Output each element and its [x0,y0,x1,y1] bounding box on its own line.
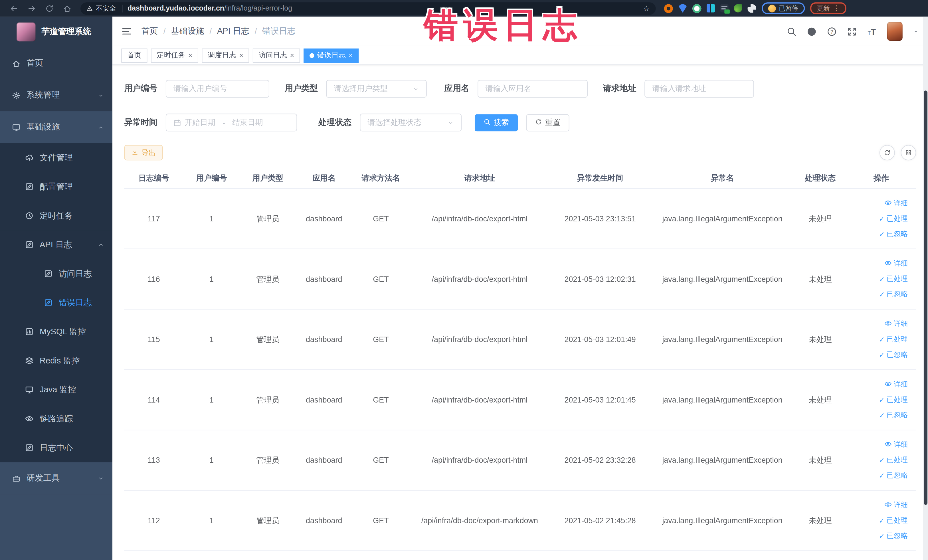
action-detail[interactable]: 详细 [884,500,908,510]
exception-time-range-picker[interactable]: 开始日期 - 结束日期 [166,113,297,131]
breadcrumb-item[interactable]: API 日志 / [217,26,262,37]
sidebar: 芋道管理系统 首页 系统管理 基础设施 文件管理 配置管理 定时任务 API 日… [0,17,112,560]
action-detail[interactable]: 详细 [884,319,908,329]
action-processed[interactable]: ✓已处理 [879,516,908,525]
user-type-select[interactable]: 请选择用户类型 [326,80,427,98]
tag-tab[interactable]: 错误日志 × [304,48,359,63]
github-icon[interactable] [807,26,817,36]
action-processed[interactable]: ✓已处理 [879,334,908,344]
app-name-label: 应用名 [444,84,469,94]
puzzle-extensions-icon[interactable] [748,4,756,12]
paused-badge[interactable]: 已暂停 [762,2,805,14]
tag-tab[interactable]: 首页 × [121,48,147,63]
extension-icon-grid[interactable] [707,4,715,12]
search-icon[interactable] [786,26,797,36]
font-size-icon[interactable]: TT [867,26,877,36]
forward-icon[interactable] [25,2,38,15]
back-icon[interactable] [7,2,20,15]
sidebar-item[interactable]: 日志中心 [0,433,112,462]
action-ignored[interactable]: ✓已忽略 [879,229,908,239]
action-processed[interactable]: ✓已处理 [879,274,908,284]
action-ignored[interactable]: ✓已忽略 [879,350,908,360]
search-button[interactable]: 搜索 [475,114,518,131]
action-detail-label: 详细 [894,198,908,208]
request-url-input[interactable]: 请输入请求地址 [644,80,754,98]
action-detail[interactable]: 详细 [884,259,908,269]
tab-close-icon[interactable]: × [349,52,353,59]
collapse-menu-icon[interactable] [121,26,132,37]
content: 用户编号 请输入用户编号 用户类型 请选择用户类型 应用名 请输入应用名 请求地… [112,65,928,560]
cell-exception-name: java.lang.IllegalArgumentException [650,214,794,223]
sidebar-item[interactable]: MySQL 监控 [0,317,112,346]
scrollbar-thumb[interactable] [924,90,927,505]
update-badge[interactable]: 更新⋮ [810,2,846,14]
sidebar-item[interactable]: 系统管理 [0,79,112,111]
page-scrollbar[interactable] [923,17,928,560]
tag-tab[interactable]: 定时任务 × [151,48,198,63]
reset-button[interactable]: 重置 [526,114,569,131]
refresh-icon-button[interactable] [879,145,895,160]
fullscreen-icon[interactable] [847,26,857,36]
action-detail[interactable]: 详细 [884,379,908,389]
app-logo[interactable]: 芋道管理系统 [0,17,112,47]
action-ignored[interactable]: ✓已忽略 [879,410,908,420]
cell-method-name: GET [352,395,409,404]
vue-devtools-icon[interactable] [692,4,701,12]
action-processed[interactable]: ✓已处理 [879,455,908,465]
breadcrumb: 首页 / 基础设施 / API 日志 / 错误日志 [142,26,296,37]
action-processed[interactable]: ✓已处理 [879,214,908,224]
url-domain: dashboard.yudao.iocoder.cn [128,4,224,12]
extension-icon-orange[interactable] [664,4,673,12]
help-icon[interactable]: ? [827,26,837,36]
breadcrumb-separator: / [255,26,257,36]
action-ignored[interactable]: ✓已忽略 [879,531,908,541]
sidebar-item[interactable]: API 日志 [0,230,112,259]
check-icon: ✓ [879,472,885,479]
sidebar-item[interactable]: Redis 监控 [0,346,112,375]
action-processed[interactable]: ✓已处理 [879,395,908,405]
breadcrumb-item[interactable]: 首页 / [142,26,171,37]
cell-request-url: /api/infra/db-doc/export-markdown [410,516,550,525]
sidebar-item[interactable]: 文件管理 [0,143,112,172]
tab-close-icon[interactable]: × [188,52,192,59]
extension-icon-shield[interactable] [678,4,687,12]
user-id-input[interactable]: 请输入用户编号 [166,80,269,98]
breadcrumb-label: 基础设施 [171,26,204,37]
user-avatar[interactable] [887,22,903,41]
column-settings-icon-button[interactable] [901,145,916,160]
sidebar-item[interactable]: Java 监控 [0,375,112,404]
sidebar-item[interactable]: 首页 [0,47,112,79]
breadcrumb-item[interactable]: 基础设施 / [171,26,217,37]
action-ignored[interactable]: ✓已忽略 [879,470,908,481]
sidebar-item[interactable]: 访问日志 [0,259,112,288]
sidebar-item-label: 研发工具 [26,473,60,484]
sidebar-item[interactable]: 研发工具 [0,462,112,494]
security-warning-icon[interactable] [87,5,93,12]
sidebar-item[interactable]: 定时任务 [0,201,112,230]
sidebar-item-label: Java 监控 [40,384,76,395]
browser-menu-icon[interactable]: ⋮ [833,4,840,12]
cell-request-url: /api/infra/db-doc/export-html [410,456,550,464]
breadcrumb-item[interactable]: 错误日志 [262,26,295,37]
tag-tab[interactable]: 访问日志 × [253,48,300,63]
process-status-select[interactable]: 请选择处理状态 [360,113,462,131]
sidebar-item[interactable]: 配置管理 [0,172,112,201]
action-ignored[interactable]: ✓已忽略 [879,289,908,299]
bookmark-star-icon[interactable]: ☆ [643,5,650,12]
reload-icon[interactable] [43,2,56,15]
action-detail[interactable]: 详细 [884,198,908,208]
sidebar-item[interactable]: 链路追踪 [0,404,112,433]
tag-tab[interactable]: 调度日志 × [202,48,249,63]
export-button[interactable]: 导出 [124,145,163,160]
action-detail[interactable]: 详细 [884,439,908,450]
sidebar-item[interactable]: 错误日志 [0,288,112,317]
sidebar-item[interactable]: 基础设施 [0,111,112,143]
app-name-input[interactable]: 请输入应用名 [478,80,588,98]
chevron-down-icon[interactable] [913,28,919,35]
action-processed-label: 已处理 [887,334,908,344]
extension-icon-leaf[interactable] [734,4,742,12]
tab-close-icon[interactable]: × [290,52,295,59]
extension-icon-onoff[interactable] [720,4,729,12]
tab-close-icon[interactable]: × [239,52,243,59]
home-icon[interactable] [61,2,73,15]
